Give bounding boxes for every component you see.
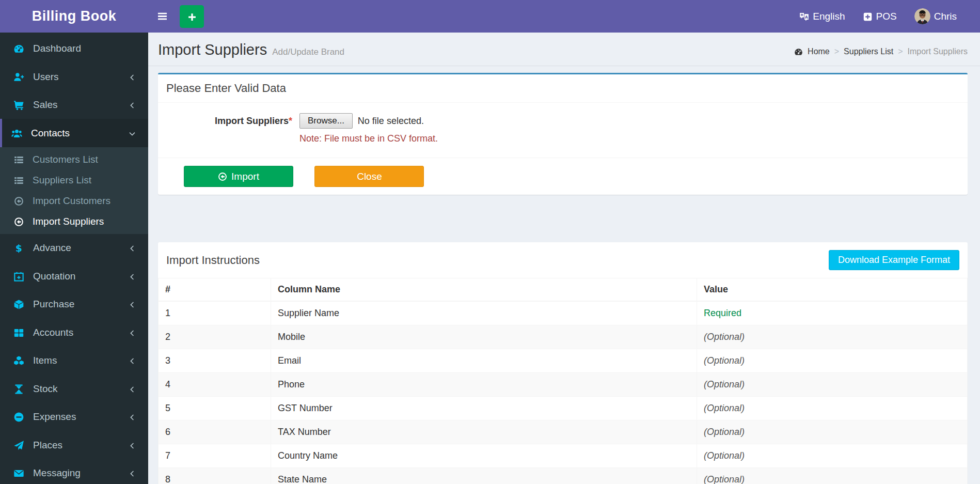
column-header-value: Value [697,278,968,302]
sidebar-item-expenses[interactable]: Expenses [0,403,148,431]
sidebar-item-stock[interactable]: Stock [0,374,148,402]
sidebar-item-label: Dashboard [33,43,81,54]
sidebar-subitem-label: Import Customers [33,195,110,207]
import-form-card: Please Enter Valid Data Import Suppliers… [158,73,968,195]
chevron-left-icon [129,242,136,254]
pos-button[interactable]: POS [854,0,906,33]
sidebar-item-messaging[interactable]: Messaging [0,459,148,484]
sidebar-subitem-import-customers[interactable]: Import Customers [0,191,148,211]
list-icon [14,175,26,186]
instructions-title: Import Instructions [166,254,260,267]
sidebar-item-label: Items [33,355,57,366]
form-card-footer: Import Close [158,158,968,195]
table-row: 8State Name(Optional) [159,468,968,484]
pos-label: POS [876,11,897,22]
cell-value: (Optional) [697,420,968,444]
sidebar-menu: DashboardUsersSalesContactsCustomers Lis… [0,35,148,484]
sidebar-item-places[interactable]: Places [0,431,148,459]
sidebar-item-label: Stock [33,383,58,395]
chevron-left-icon [129,299,136,310]
breadcrumb-item-home[interactable]: Home [808,47,830,56]
sidebar-item-advance[interactable]: $Advance [0,234,148,262]
instructions-table-head: #Column NameValue [159,278,968,302]
sidebar-item-label: Quotation [33,271,75,282]
sidebar-item-dashboard[interactable]: Dashboard [0,35,148,63]
chevron-left-icon [129,440,136,451]
cell-value: (Optional) [697,468,968,484]
cell-row-number: 4 [159,373,271,397]
hourglass-icon [13,383,27,394]
table-row: 7Country Name(Optional) [159,444,968,468]
plus-icon [187,9,197,23]
users-icon [11,127,25,138]
file-browse-button[interactable]: Browse... [299,113,353,129]
user-name: Chris [934,11,957,22]
sidebar-item-label: Advance [33,242,71,254]
table-row: 5GST Number(Optional) [159,397,968,420]
page-subtitle: Add/Update Brand [272,47,344,57]
chevron-left-icon [129,327,136,338]
sidebar-item-label: Expenses [33,411,76,423]
instructions-card-header: Import Instructions Download Example For… [158,242,968,278]
arrow-circle-left-icon [14,216,26,227]
sidebar-subitem-label: Import Suppliers [33,216,104,227]
user-plus-icon [13,71,27,82]
sidebar-subitem-customers-list[interactable]: Customers List [0,149,148,170]
chevron-left-icon [129,355,136,366]
chevron-down-icon [129,128,136,139]
sidebar-toggle-button[interactable] [148,0,177,33]
tachometer-icon [13,43,27,54]
form-card-title: Please Enter Valid Data [158,74,968,103]
breadcrumb-item-import-suppliers: Import Suppliers [908,47,968,56]
paper-plane-icon [13,439,27,450]
list-icon [14,154,26,165]
sidebar-subitem-suppliers-list[interactable]: Suppliers List [0,170,148,191]
cell-value: Required [697,301,968,325]
cell-column-name: Mobile [271,325,697,349]
tachometer-icon [794,47,803,56]
chevron-left-icon [129,467,136,479]
sidebar-subitem-label: Customers List [33,154,98,165]
table-row: 4Phone(Optional) [159,373,968,397]
hamburger-icon [157,11,168,22]
sidebar-item-purchase[interactable]: Purchase [0,290,148,318]
chevron-left-icon [129,383,136,395]
navbar: A English POS Chris [148,0,980,33]
sidebar-submenu-contacts: Customers ListSuppliers ListImport Custo… [0,147,148,234]
cell-column-name: State Name [271,468,697,484]
language-icon: A [799,11,809,22]
import-button[interactable]: Import [184,166,293,187]
chevron-left-icon [129,99,136,111]
cell-row-number: 3 [159,349,271,373]
cell-row-number: 5 [159,397,271,420]
user-avatar [914,8,930,24]
cell-value: (Optional) [697,397,968,420]
navbar-right: A English POS Chris [791,0,980,33]
sidebar-subitem-import-suppliers[interactable]: Import Suppliers [0,211,148,232]
cell-row-number: 2 [159,325,271,349]
sidebar-item-items[interactable]: Items [0,347,148,374]
app-logo[interactable]: Billing Book [0,0,148,33]
sidebar-item-label: Messaging [33,467,81,479]
column-header-column-name: Column Name [271,278,697,302]
sidebar-item-quotation[interactable]: Quotation [0,262,148,290]
user-menu[interactable]: Chris [906,0,966,33]
sidebar-item-sales[interactable]: Sales [0,91,148,119]
breadcrumb-item-suppliers-list[interactable]: Suppliers List [844,47,893,56]
sidebar-item-contacts[interactable]: Contacts [0,119,148,147]
sidebar-item-label: Accounts [33,327,73,338]
csv-format-note: Note: File must be in CSV format. [299,133,961,144]
download-example-format-button[interactable]: Download Example Format [829,250,959,270]
language-menu[interactable]: A English [791,0,853,33]
import-button-label: Import [231,171,259,182]
cell-value: (Optional) [697,373,968,397]
cell-column-name: Email [271,349,697,373]
sidebar-item-accounts[interactable]: Accounts [0,318,148,346]
cell-value: (Optional) [697,349,968,373]
sidebar-item-users[interactable]: Users [0,63,148,90]
quick-add-button[interactable] [180,5,204,28]
envelope-icon [13,467,27,479]
close-button[interactable]: Close [314,166,424,187]
top-navbar: Billing Book A English POS [0,0,980,33]
dollar-icon: $ [13,242,27,254]
